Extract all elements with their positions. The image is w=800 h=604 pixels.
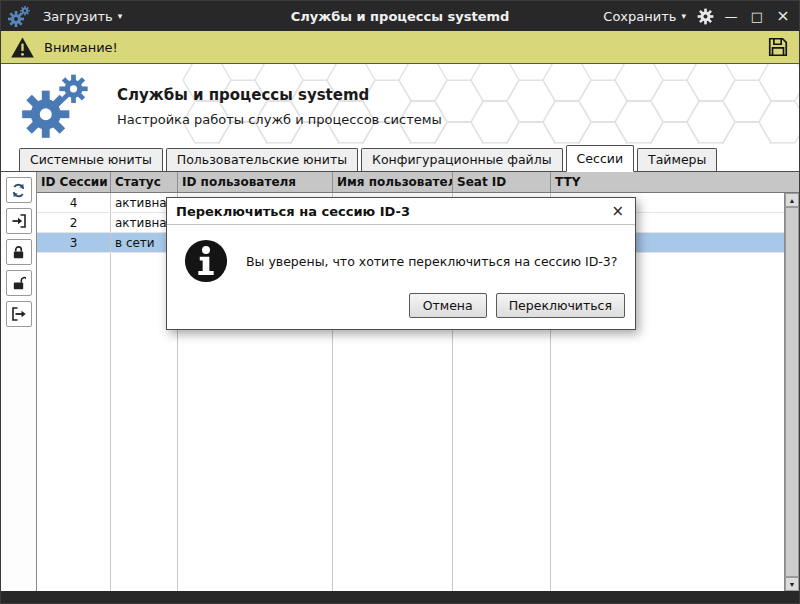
chevron-down-icon: ▾ [681,12,686,21]
refresh-icon [10,182,27,199]
column-header-user-name[interactable]: Имя пользователя [333,172,453,192]
app-window: Загрузить ▾ Службы и процессы systemd Со… [0,0,800,604]
column-header-tty[interactable]: TTY [551,172,799,192]
chevron-down-icon: ▾ [118,12,123,21]
app-logo-icon [7,4,31,28]
app-logo-large-icon [13,68,97,142]
logout-session-button[interactable] [6,301,32,327]
session-toolbar [1,172,37,591]
scroll-up-button[interactable]: ▲ [785,193,799,207]
tab-config-files[interactable]: Конфигурационные файлы [361,148,563,171]
minimize-button[interactable]: — [721,5,741,27]
unlock-session-icon [11,276,26,291]
titlebar: Загрузить ▾ Службы и процессы systemd Со… [1,1,799,31]
dialog-titlebar: Переключиться на сессию ID-3 × [167,198,635,225]
tab-bar: Системные юниты Пользовательские юниты К… [1,144,799,171]
page-subtitle: Настройка работы служб и процессов систе… [117,112,442,127]
switch-session-dialog: Переключиться на сессию ID-3 × Вы уверен… [166,197,636,330]
cell-session-id: 2 [37,213,111,232]
lock-session-icon [11,245,26,260]
logout-session-icon [11,306,27,322]
column-header-user-id[interactable]: ID пользователя [178,172,333,192]
save-menu-label: Сохранить [603,9,676,24]
cell-session-id: 3 [37,233,111,252]
dialog-buttons: Отмена Переключиться [167,293,635,329]
maximize-button[interactable]: □ [747,5,767,27]
column-header-status[interactable]: Статус [111,172,178,192]
save-menu-button[interactable]: Сохранить ▾ [599,7,690,26]
dialog-title: Переключиться на сессию ID-3 [176,204,410,219]
load-menu-label: Загрузить [43,9,113,24]
warning-icon [10,36,35,59]
close-button[interactable]: × [773,5,793,27]
column-header-session-id[interactable]: ID Сессии [37,172,111,192]
hexagon-pattern [1,64,799,144]
info-icon [183,238,229,284]
tab-user-units[interactable]: Пользовательские юниты [166,148,358,171]
tab-system-units[interactable]: Системные юниты [19,148,163,171]
warning-text: Внимание! [44,40,118,55]
titlebar-right: Сохранить ▾ — □ × [555,5,793,27]
tab-timers[interactable]: Таймеры [637,148,717,171]
cancel-button[interactable]: Отмена [409,293,487,318]
window-title: Службы и процессы systemd [245,9,555,24]
confirm-switch-button[interactable]: Переключиться [496,293,625,318]
gear-icon [697,8,714,25]
lock-session-button[interactable] [6,239,32,265]
scrollbar-thumb[interactable] [785,207,799,577]
scroll-down-button[interactable]: ▼ [785,577,799,591]
save-file-button[interactable] [766,35,790,59]
page-header: Службы и процессы systemd Настройка рабо… [1,64,799,144]
tab-sessions[interactable]: Сессии [566,145,634,172]
unlock-session-button[interactable] [6,270,32,296]
settings-gear-button[interactable] [696,7,715,26]
dialog-message: Вы уверены, что хотите переключиться на … [246,254,617,269]
vertical-scrollbar: ▲ ▼ [784,193,799,591]
cell-session-id: 4 [37,193,111,212]
switch-session-button[interactable] [6,208,32,234]
bottom-bar [1,591,799,603]
titlebar-left: Загрузить ▾ [7,4,245,28]
refresh-button[interactable] [6,177,32,203]
switch-session-icon [11,213,27,229]
dialog-close-button[interactable]: × [609,204,626,219]
column-header-seat-id[interactable]: Seat ID [453,172,551,192]
table-header-row: ID Сессии Статус ID пользователя Имя пол… [37,172,799,193]
dialog-body: Вы уверены, что хотите переключиться на … [167,225,635,293]
floppy-save-icon [767,36,789,58]
warning-bar: Внимание! [1,31,799,64]
load-menu-button[interactable]: Загрузить ▾ [39,7,126,26]
page-title: Службы и процессы systemd [117,86,369,104]
